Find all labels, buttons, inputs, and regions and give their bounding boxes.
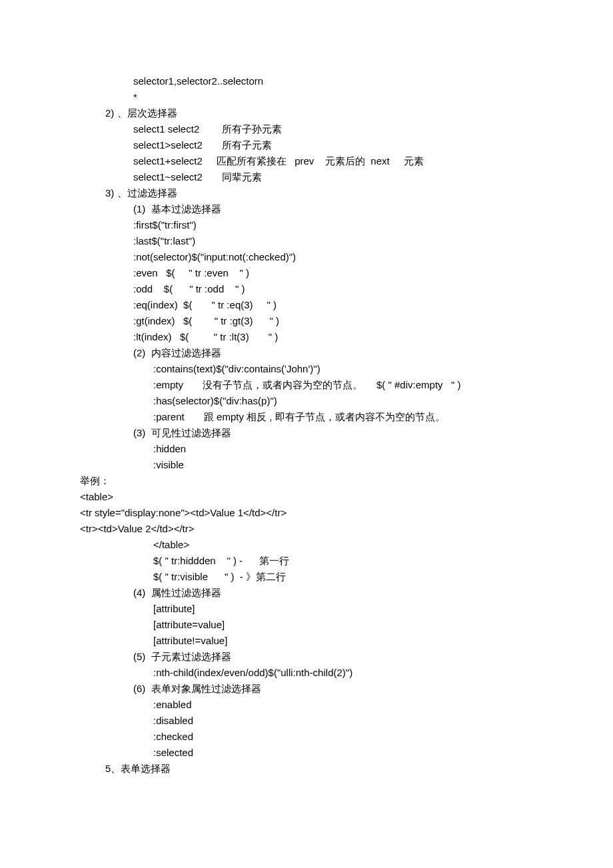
text-line: :eq(index) $( " tr :eq(3) " ) [40, 297, 573, 313]
text-line: [attribute] [40, 601, 573, 617]
text-line: :odd $( " tr :odd " ) [40, 281, 573, 297]
text-line: :lt(index) $( " tr :lt(3) " ) [40, 329, 573, 345]
text-line: 2) 、层次选择器 [40, 105, 573, 121]
document-page: selector1,selector2..selectorn*2) 、层次选择器… [0, 0, 613, 817]
text-line: (4) 属性过滤选择器 [40, 585, 573, 601]
text-line: :checked [40, 729, 573, 745]
text-line: :gt(index) $( " tr :gt(3) " ) [40, 313, 573, 329]
text-line: * [40, 89, 573, 105]
text-line: 5、表单选择器 [40, 761, 573, 777]
text-line: selector1,selector2..selectorn [40, 73, 573, 89]
text-line: (5) 子元素过滤选择器 [40, 649, 573, 665]
text-line: :enabled [40, 697, 573, 713]
text-line: [attribute!=value] [40, 633, 573, 649]
text-line: <table> [40, 489, 573, 505]
text-line: :disabled [40, 713, 573, 729]
text-line: select1 select2 所有子孙元素 [40, 121, 573, 137]
text-line: <tr><td>Value 2</td></tr> [40, 521, 573, 537]
text-line: :empty 没有子节点，或者内容为空的节点。 $( " #div:empty … [40, 377, 573, 393]
text-line: :nth-child(index/even/odd)$("ulli:nth-ch… [40, 665, 573, 681]
text-line: 3) 、过滤选择器 [40, 185, 573, 201]
text-line: <tr style="display:none"><td>Value 1</td… [40, 505, 573, 521]
text-line: :has(selector)$("div:has(p)") [40, 393, 573, 409]
text-line: (2) 内容过滤选择器 [40, 345, 573, 361]
text-line: :even $( " tr :even " ) [40, 265, 573, 281]
text-line: :not(selector)$("input:not(:checked)") [40, 249, 573, 265]
text-line: </table> [40, 537, 573, 553]
text-line: :first$("tr:first") [40, 217, 573, 233]
text-line: (6) 表单对象属性过滤选择器 [40, 681, 573, 697]
text-line: :hidden [40, 441, 573, 457]
text-line: 举例： [40, 473, 573, 489]
text-line: [attribute=value] [40, 617, 573, 633]
text-line: select1+select2 匹配所有紧接在 prev 元素后的 next 元… [40, 153, 573, 169]
text-line: :contains(text)$("div:contains('John')") [40, 361, 573, 377]
text-line: select1>select2 所有子元素 [40, 137, 573, 153]
text-line: (1) 基本过滤选择器 [40, 201, 573, 217]
text-line: $( " tr:hiddden " ) - 第一行 [40, 553, 573, 569]
text-line: :parent 跟 empty 相反 , 即有子节点，或者内容不为空的节点。 [40, 409, 573, 425]
text-line: select1~select2 同辈元素 [40, 169, 573, 185]
text-line: :last$("tr:last") [40, 233, 573, 249]
text-line: (3) 可见性过滤选择器 [40, 425, 573, 441]
text-line: :visible [40, 457, 573, 473]
text-line: :selected [40, 745, 573, 761]
text-line: $( " tr:visible " ) - 》第二行 [40, 569, 573, 585]
